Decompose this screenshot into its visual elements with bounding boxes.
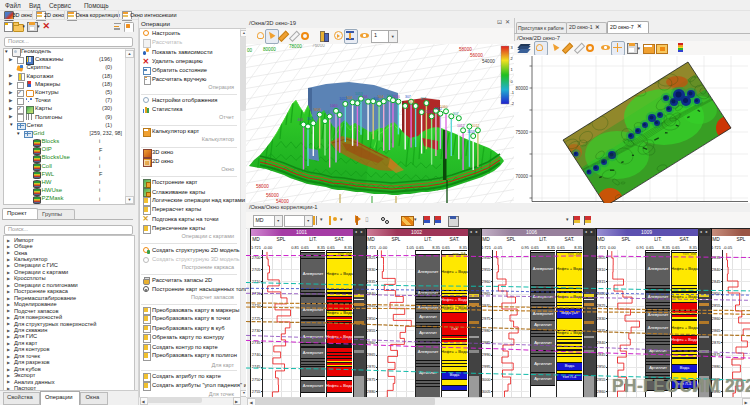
svg-text:56000: 56000	[470, 53, 483, 58]
svg-text:W08: W08	[314, 108, 321, 112]
svg-text:504: 504	[347, 96, 353, 100]
svg-text:80000: 80000	[515, 86, 528, 91]
svg-text:2016: 2016	[392, 95, 400, 99]
svg-text:1012: 1012	[472, 124, 480, 128]
svg-text:1012: 1012	[457, 124, 465, 128]
svg-text:54000: 54000	[482, 59, 495, 64]
svg-text:00: 00	[247, 48, 253, 53]
svg-text:76000: 76000	[312, 44, 325, 48]
svg-text:307: 307	[307, 117, 313, 121]
svg-text:1053: 1053	[467, 130, 475, 134]
svg-text:404: 404	[298, 118, 304, 122]
svg-text:56000: 56000	[266, 193, 279, 198]
svg-text:58000: 58000	[256, 184, 269, 189]
svg-text:78000: 78000	[289, 44, 302, 49]
svg-text:404: 404	[410, 100, 416, 104]
svg-text:80000: 80000	[263, 47, 276, 52]
svg-text:307: 307	[420, 97, 426, 101]
svg-text:1060: 1060	[330, 104, 338, 108]
svg-text:307: 307	[453, 112, 459, 116]
svg-text:70000: 70000	[515, 174, 528, 179]
svg-text:2016: 2016	[426, 110, 434, 114]
svg-text:504: 504	[378, 95, 384, 99]
svg-text:504: 504	[324, 110, 330, 114]
svg-text:58000: 58000	[459, 47, 472, 52]
svg-text:1060: 1060	[440, 105, 448, 109]
svg-text:75000: 75000	[515, 130, 528, 135]
svg-text:404: 404	[362, 95, 368, 99]
